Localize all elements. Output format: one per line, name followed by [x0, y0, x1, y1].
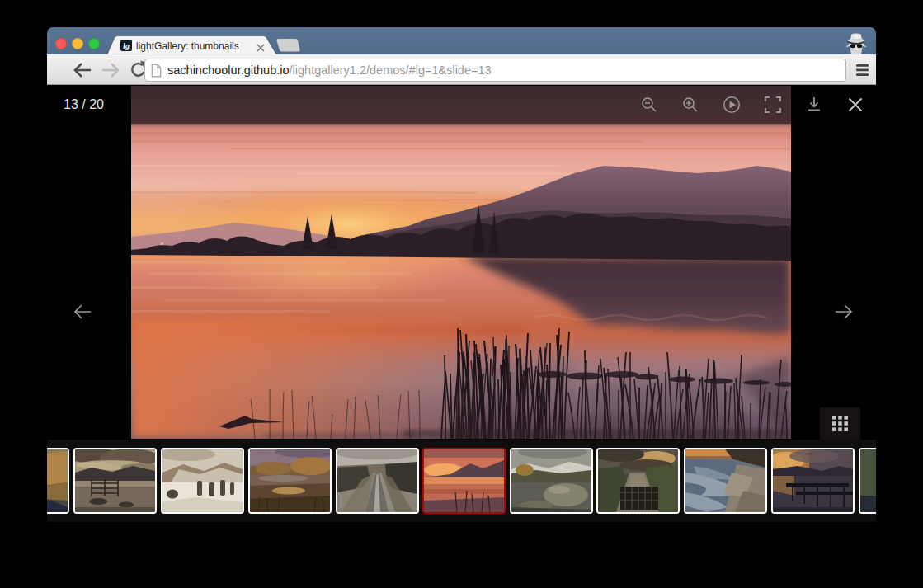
svg-text:lg: lg [123, 41, 130, 50]
